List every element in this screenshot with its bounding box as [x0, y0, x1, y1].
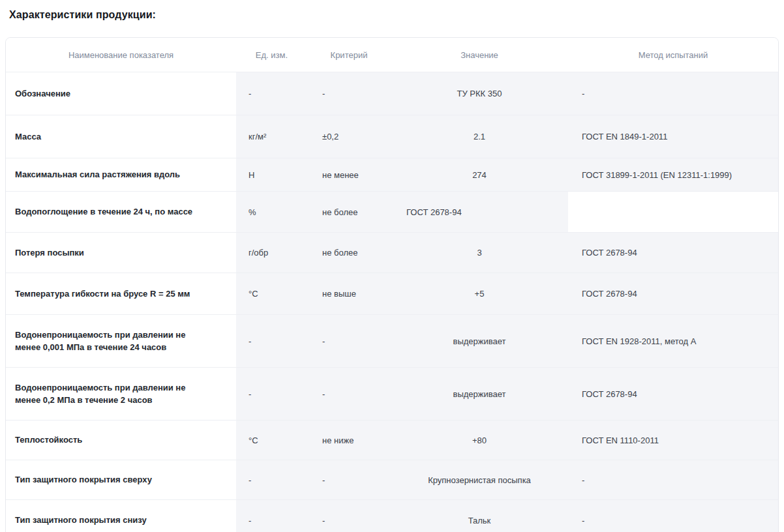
cell-text: выдерживает	[453, 336, 506, 346]
cell-text: Водонепроницаемость при давлении не мене…	[15, 381, 210, 407]
table-row: Тип защитного покрытия снизу--Тальк-	[6, 499, 778, 532]
cell-unit: °С	[236, 421, 307, 460]
cell-criterion: -	[307, 500, 391, 532]
cell-text: +5	[475, 289, 485, 299]
cell-text: -	[322, 516, 325, 525]
cell-unit: -	[236, 368, 307, 420]
cell-criterion: -	[307, 460, 391, 499]
cell-value: Тальк	[391, 500, 568, 532]
cell-text: 2.1	[474, 132, 485, 141]
cell-value: +80	[391, 421, 568, 460]
cell-text: выдерживает	[453, 389, 506, 399]
cell-criterion: не менее	[307, 158, 391, 191]
cell-criterion: не более	[307, 192, 391, 232]
cell-text: °С	[249, 289, 258, 299]
cell-name: Тип защитного покрытия снизу	[6, 500, 236, 532]
cell-text: не ниже	[322, 436, 354, 445]
cell-unit: %	[236, 192, 307, 232]
cell-text: ГОСТ 2678-94	[582, 289, 637, 299]
cell-unit: °С	[236, 273, 307, 314]
cell-text: ГОСТ EN 1849-1-2011	[582, 132, 667, 141]
cell-text: -	[322, 336, 325, 346]
cell-method: -	[568, 460, 778, 499]
cell-criterion: не ниже	[307, 421, 391, 460]
cell-text: г/обр	[249, 248, 268, 258]
cell-text: Температура гибкости на брусе R = 25 мм	[15, 288, 190, 301]
cell-value: 2.1	[391, 115, 568, 158]
cell-criterion: -	[307, 72, 391, 115]
cell-text: ГОСТ 31899-1-2011 (EN 12311-1:1999)	[582, 170, 732, 180]
cell-text: -	[249, 475, 251, 485]
cell-method: -	[568, 500, 778, 532]
cell-text: +80	[472, 436, 487, 445]
cell-text: -	[322, 89, 325, 98]
table-body: Обозначение--ТУ РКК 350-Массакг/м²±0,22.…	[6, 72, 778, 532]
cell-text: -	[582, 475, 584, 485]
cell-text: Крупнозернистая посыпка	[428, 475, 531, 485]
cell-text: °С	[249, 436, 258, 445]
cell-text: не выше	[322, 289, 356, 299]
cell-text: ГОСТ EN 1928-2011, метод А	[582, 336, 696, 346]
cell-value: 3	[391, 233, 568, 273]
cell-text: -	[582, 516, 584, 525]
cell-unit: -	[236, 72, 307, 115]
cell-text: Масса	[15, 130, 41, 143]
cell-unit: -	[236, 500, 307, 532]
cell-text: не более	[322, 207, 357, 217]
table-row: Тип защитного покрытия сверху--Крупнозер…	[6, 460, 778, 499]
cell-method: ГОСТ EN 1928-2011, метод А	[568, 315, 778, 367]
cell-unit: кг/м²	[236, 115, 307, 158]
table-row: Температура гибкости на брусе R = 25 мм°…	[6, 273, 778, 314]
cell-text: Обозначение	[15, 87, 70, 100]
cell-text: -	[582, 89, 584, 98]
cell-criterion: -	[307, 315, 391, 367]
cell-criterion: ±0,2	[307, 115, 391, 158]
cell-value: выдерживает	[391, 368, 568, 420]
cell-method	[568, 192, 778, 232]
cell-text: -	[249, 516, 251, 525]
table-row: Потеря посыпкиг/обрне более3ГОСТ 2678-94	[6, 232, 778, 273]
cell-text: ТУ РКК 350	[457, 89, 502, 98]
cell-name: Обозначение	[6, 72, 236, 115]
cell-text: Тальк	[468, 516, 491, 525]
cell-name: Водонепроницаемость при давлении не мене…	[6, 315, 236, 367]
cell-text: -	[249, 336, 251, 346]
cell-text: Потеря посыпки	[15, 246, 84, 259]
cell-text: Тип защитного покрытия сверху	[15, 473, 152, 486]
cell-method: ГОСТ EN 1110-2011	[568, 421, 778, 460]
cell-text: Водонепроницаемость при давлении не мене…	[15, 329, 210, 354]
column-header-criterion: Критерий	[307, 38, 391, 72]
cell-name: Теплостойкость	[6, 421, 236, 460]
cell-name: Тип защитного покрытия сверху	[6, 460, 236, 499]
cell-method: ГОСТ 31899-1-2011 (EN 12311-1:1999)	[568, 158, 778, 191]
cell-criterion: не выше	[307, 273, 391, 314]
cell-text: -	[249, 389, 251, 399]
cell-value: выдерживает	[391, 315, 568, 367]
cell-text: Теплостойкость	[15, 434, 82, 447]
cell-text: Тип защитного покрытия снизу	[15, 514, 147, 527]
cell-name: Водопоглощение в течение 24 ч, по массе	[6, 192, 236, 232]
cell-text: ГОСТ 2678-94	[582, 248, 637, 258]
cell-text: 274	[472, 170, 487, 180]
cell-criterion: -	[307, 368, 391, 420]
column-header-name: Наименование показателя	[6, 38, 236, 72]
cell-text: Максимальная сила растяжения вдоль	[15, 168, 180, 181]
cell-text: -	[322, 389, 325, 399]
cell-value: +5	[391, 273, 568, 314]
cell-unit: Н	[236, 158, 307, 191]
cell-text: %	[249, 207, 256, 217]
cell-name: Температура гибкости на брусе R = 25 мм	[6, 273, 236, 314]
table-row: Водопоглощение в течение 24 ч, по массе%…	[6, 191, 778, 232]
cell-text: -	[249, 89, 251, 98]
cell-unit: -	[236, 460, 307, 499]
cell-method: ГОСТ 2678-94	[568, 233, 778, 273]
cell-method: ГОСТ EN 1849-1-2011	[568, 115, 778, 158]
table-header-row: Наименование показателя Ед. изм. Критери…	[6, 38, 778, 72]
table-row: Водонепроницаемость при давлении не мене…	[6, 367, 778, 420]
page-title: Характеристики продукции:	[9, 9, 156, 21]
column-header-value: Значение	[391, 38, 568, 72]
table-row: Максимальная сила растяжения вдольНне ме…	[6, 158, 778, 191]
cell-method: ГОСТ 2678-94	[568, 273, 778, 314]
cell-text: ГОСТ EN 1110-2011	[582, 436, 659, 445]
cell-value: ТУ РКК 350	[391, 72, 568, 115]
